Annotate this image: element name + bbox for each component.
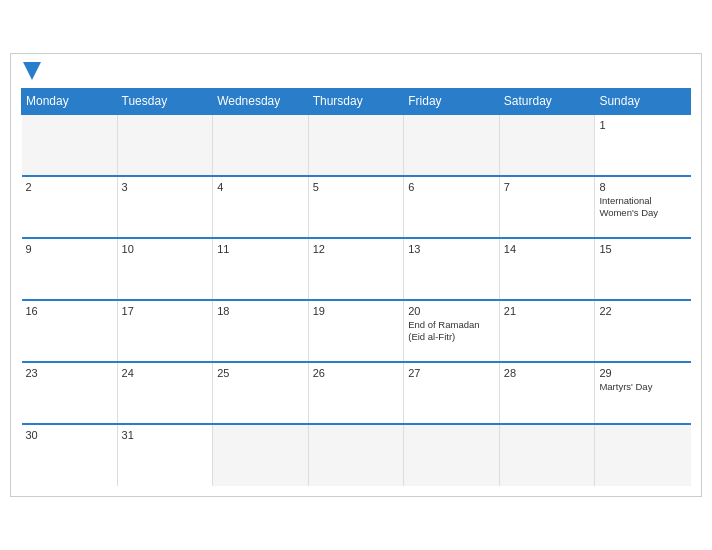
- calendar-table: MondayTuesdayWednesdayThursdayFridaySatu…: [21, 88, 691, 486]
- week-row-2: 9101112131415: [22, 238, 691, 300]
- day-cell: 6: [404, 176, 500, 238]
- weekday-monday: Monday: [22, 89, 118, 115]
- calendar-event: End of Ramadan (Eid al-Fitr): [408, 319, 495, 344]
- day-cell: [308, 114, 404, 176]
- day-cell: 15: [595, 238, 691, 300]
- day-cell: 17: [117, 300, 213, 362]
- calendar-header: [21, 64, 691, 80]
- day-number: 25: [217, 367, 304, 379]
- day-cell: 18: [213, 300, 309, 362]
- day-number: 1: [599, 119, 686, 131]
- day-cell: [213, 114, 309, 176]
- day-number: 11: [217, 243, 304, 255]
- day-number: 6: [408, 181, 495, 193]
- weekday-header-row: MondayTuesdayWednesdayThursdayFridaySatu…: [22, 89, 691, 115]
- day-cell: 16: [22, 300, 118, 362]
- day-cell: [308, 424, 404, 486]
- day-cell: [499, 424, 595, 486]
- day-number: 5: [313, 181, 400, 193]
- day-cell: 28: [499, 362, 595, 424]
- week-row-3: 1617181920End of Ramadan (Eid al-Fitr)21…: [22, 300, 691, 362]
- day-cell: 22: [595, 300, 691, 362]
- calendar-event: International Women's Day: [599, 195, 686, 220]
- day-cell: [595, 424, 691, 486]
- day-number: 7: [504, 181, 591, 193]
- day-cell: 26: [308, 362, 404, 424]
- day-cell: 23: [22, 362, 118, 424]
- day-number: 26: [313, 367, 400, 379]
- day-number: 24: [122, 367, 209, 379]
- day-cell: [404, 114, 500, 176]
- day-cell: 27: [404, 362, 500, 424]
- day-number: 15: [599, 243, 686, 255]
- day-cell: [117, 114, 213, 176]
- day-cell: 25: [213, 362, 309, 424]
- day-cell: 7: [499, 176, 595, 238]
- week-row-4: 23242526272829Martyrs' Day: [22, 362, 691, 424]
- logo-triangle-icon: [23, 62, 41, 80]
- day-number: 19: [313, 305, 400, 317]
- day-number: 31: [122, 429, 209, 441]
- day-cell: 9: [22, 238, 118, 300]
- day-cell: 2: [22, 176, 118, 238]
- day-number: 21: [504, 305, 591, 317]
- logo: [21, 64, 41, 80]
- day-cell: 4: [213, 176, 309, 238]
- day-number: 9: [26, 243, 113, 255]
- weekday-saturday: Saturday: [499, 89, 595, 115]
- day-cell: 11: [213, 238, 309, 300]
- day-cell: 21: [499, 300, 595, 362]
- day-number: 13: [408, 243, 495, 255]
- day-number: 27: [408, 367, 495, 379]
- week-row-1: 2345678International Women's Day: [22, 176, 691, 238]
- day-number: 22: [599, 305, 686, 317]
- day-number: 16: [26, 305, 113, 317]
- calendar-event: Martyrs' Day: [599, 381, 686, 393]
- day-number: 20: [408, 305, 495, 317]
- week-row-5: 3031: [22, 424, 691, 486]
- day-cell: [213, 424, 309, 486]
- day-cell: 1: [595, 114, 691, 176]
- weekday-friday: Friday: [404, 89, 500, 115]
- weekday-wednesday: Wednesday: [213, 89, 309, 115]
- day-number: 23: [26, 367, 113, 379]
- week-row-0: 1: [22, 114, 691, 176]
- calendar-wrapper: MondayTuesdayWednesdayThursdayFridaySatu…: [10, 53, 702, 497]
- day-cell: 5: [308, 176, 404, 238]
- day-number: 29: [599, 367, 686, 379]
- day-cell: [22, 114, 118, 176]
- day-cell: 3: [117, 176, 213, 238]
- day-number: 18: [217, 305, 304, 317]
- day-cell: 19: [308, 300, 404, 362]
- day-cell: [499, 114, 595, 176]
- day-cell: 29Martyrs' Day: [595, 362, 691, 424]
- day-number: 17: [122, 305, 209, 317]
- day-number: 8: [599, 181, 686, 193]
- day-cell: 10: [117, 238, 213, 300]
- weekday-thursday: Thursday: [308, 89, 404, 115]
- day-cell: 13: [404, 238, 500, 300]
- day-cell: 31: [117, 424, 213, 486]
- day-number: 3: [122, 181, 209, 193]
- day-cell: 12: [308, 238, 404, 300]
- day-cell: 14: [499, 238, 595, 300]
- day-number: 4: [217, 181, 304, 193]
- day-cell: 20End of Ramadan (Eid al-Fitr): [404, 300, 500, 362]
- weekday-tuesday: Tuesday: [117, 89, 213, 115]
- day-number: 28: [504, 367, 591, 379]
- day-cell: 30: [22, 424, 118, 486]
- day-number: 30: [26, 429, 113, 441]
- day-cell: 8International Women's Day: [595, 176, 691, 238]
- day-cell: 24: [117, 362, 213, 424]
- day-number: 12: [313, 243, 400, 255]
- day-cell: [404, 424, 500, 486]
- weekday-sunday: Sunday: [595, 89, 691, 115]
- day-number: 10: [122, 243, 209, 255]
- day-number: 14: [504, 243, 591, 255]
- day-number: 2: [26, 181, 113, 193]
